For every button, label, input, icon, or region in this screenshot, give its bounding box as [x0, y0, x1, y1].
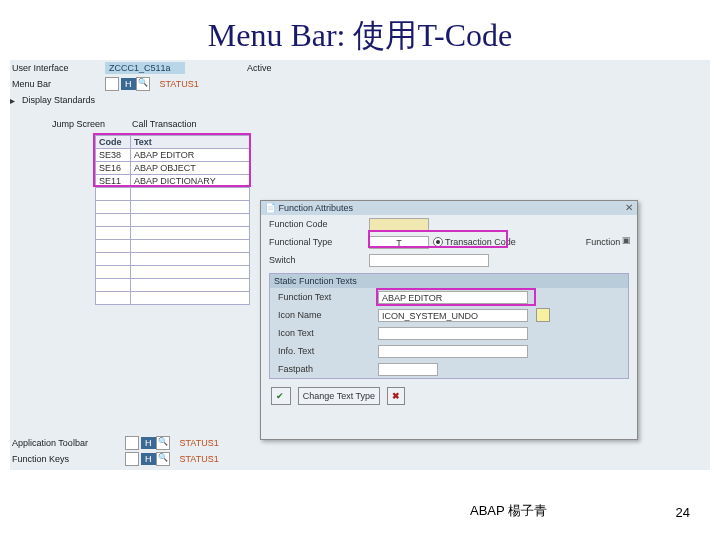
highlight-box-table: [93, 133, 251, 187]
fastpath-field[interactable]: [378, 363, 438, 376]
icon-name-label: Icon Name: [278, 310, 378, 320]
slide-title: Menu Bar: 使用T-Code: [0, 0, 720, 58]
fkeys-icon[interactable]: H: [141, 453, 156, 465]
jump-screen-label: Jump Screen: [50, 119, 130, 129]
footer-author: ABAP 楊子青: [470, 502, 547, 520]
expand-button[interactable]: [105, 77, 119, 91]
sequence-icon[interactable]: ▣: [622, 235, 631, 245]
function-label: Function: [586, 237, 621, 247]
status-active: Active: [245, 63, 305, 73]
expand-button-3[interactable]: [125, 452, 139, 466]
expand-button-2[interactable]: [125, 436, 139, 450]
user-interface-label: User Interface: [10, 63, 105, 73]
switch-field[interactable]: [369, 254, 489, 267]
ok-button[interactable]: ✔: [271, 387, 291, 405]
function-code-field[interactable]: [369, 218, 429, 231]
icon-text-label: Icon Text: [278, 328, 378, 338]
search-button-2[interactable]: 🔍: [156, 436, 170, 450]
menu-bar-label: Menu Bar: [10, 79, 105, 89]
functional-type-label: Functional Type: [269, 237, 369, 247]
tree-toggle-icon[interactable]: ▸: [10, 95, 20, 106]
close-icon[interactable]: ✕: [625, 202, 633, 213]
toolbar-icon[interactable]: H: [141, 437, 156, 449]
function-text-label: Function Text: [278, 292, 378, 302]
display-standards-label: Display Standards: [20, 95, 140, 105]
switch-label: Switch: [269, 255, 369, 265]
icon-text-field[interactable]: [378, 327, 528, 340]
icon-name-field[interactable]: ICON_SYSTEM_UNDO: [378, 309, 528, 322]
app-toolbar-label: Application Toolbar: [10, 438, 125, 448]
search-button[interactable]: 🔍: [136, 77, 150, 91]
dialog-title: 📄 Function Attributes: [265, 203, 353, 213]
call-transaction-label: Call Transaction: [130, 119, 230, 129]
highlight-box-type: [368, 230, 508, 248]
fastpath-label: Fastpath: [278, 364, 378, 374]
search-button-3[interactable]: 🔍: [156, 452, 170, 466]
highlight-box-functext: [376, 288, 536, 306]
icon-preview-button[interactable]: [536, 308, 550, 322]
menu-bar-icon[interactable]: H: [121, 78, 136, 90]
cancel-button[interactable]: ✖: [387, 387, 405, 405]
info-text-label: Info. Text: [278, 346, 378, 356]
dialog-title-bar: 📄 Function Attributes ✕: [261, 201, 637, 215]
change-text-type-button[interactable]: Change Text Type: [298, 387, 380, 405]
app-toolbar-value: STATUS1: [180, 438, 219, 448]
function-code-label: Function Code: [269, 219, 369, 229]
panel-title: Static Function Texts: [270, 274, 628, 288]
function-keys-value: STATUS1: [180, 454, 219, 464]
info-text-field[interactable]: [378, 345, 528, 358]
sap-screenshot: User Interface ZCCC1_C511a Active Menu B…: [10, 60, 710, 470]
user-interface-value: ZCCC1_C511a: [105, 62, 185, 74]
function-keys-label: Function Keys: [10, 454, 125, 464]
page-number: 24: [676, 505, 690, 520]
status-name: STATUS1: [160, 79, 199, 89]
